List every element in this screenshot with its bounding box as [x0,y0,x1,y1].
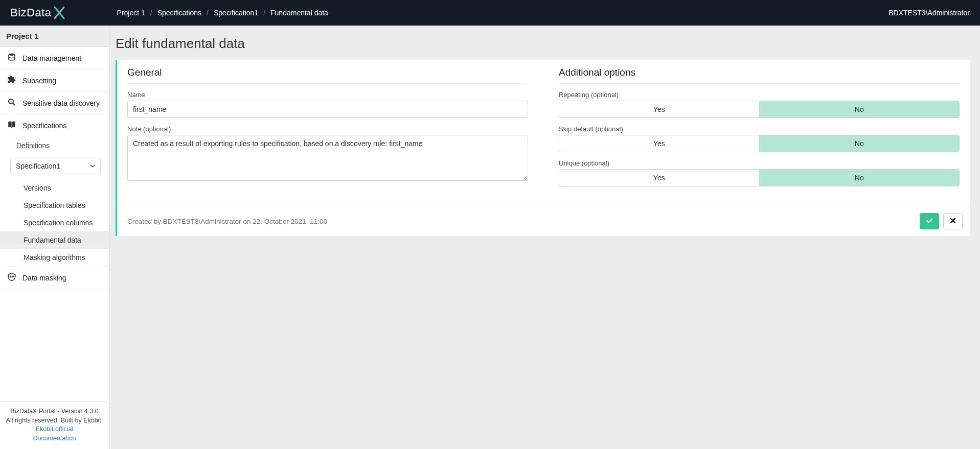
footer-version: BizDataX Portal - Version 4.3.0 [5,407,104,416]
database-icon [7,53,16,63]
breadcrumb: Project 1 / Specifications / Specificati… [117,9,328,17]
repeating-no[interactable]: No [759,101,960,117]
sidebar-item-data-management[interactable]: Data management [0,47,109,69]
skip-yes[interactable]: Yes [559,135,759,152]
svg-point-0 [9,54,15,56]
footer-link-docs[interactable]: Documentation [5,434,104,443]
sidebar-item-data-masking[interactable]: Data masking [0,267,109,289]
svg-point-1 [9,99,13,104]
footer-link-official[interactable]: Ekobit official [5,425,104,434]
general-section: General Name Note (optional) Created as … [127,67,528,194]
sidebar-item-sensitive-discovery[interactable]: Sensitive data discovery [0,92,109,114]
specification-select[interactable]: Specification1 [10,158,101,174]
main-content: Edit fundamental data General Name Note … [109,26,980,449]
unique-toggle: Yes No [559,169,960,186]
repeating-label: Repeating (optional) [559,91,960,99]
breadcrumb-project[interactable]: Project 1 [117,9,145,17]
edit-card: General Name Note (optional) Created as … [116,60,970,236]
topbar: BizData Project 1 / Specifications / Spe… [0,0,980,26]
sidebar-sub-spec-columns[interactable]: Specification columns [0,214,109,231]
unique-yes[interactable]: Yes [559,170,759,186]
close-icon [950,217,956,225]
sidebar-sub-fundamental[interactable]: Fundamental data [0,231,109,249]
sidebar-item-label: Specifications [22,122,66,130]
note-textarea[interactable]: Created as a result of exporting rules t… [127,135,528,181]
check-icon [925,217,933,226]
additional-title: Additional options [559,67,960,84]
sidebar-item-specifications[interactable]: Specifications [0,114,109,136]
breadcrumb-fundamental[interactable]: Fundamental data [270,9,328,17]
logo-x-icon [53,6,66,19]
breadcrumb-specifications[interactable]: Specifications [157,9,201,17]
additional-section: Additional options Repeating (optional) … [559,67,960,194]
sidebar: Project 1 Data management Subsetting Sen… [0,26,109,449]
name-input[interactable] [127,101,528,118]
sidebar-sub-versions[interactable]: Versions [0,179,109,197]
repeating-yes[interactable]: Yes [559,101,759,117]
sidebar-footer: BizDataX Portal - Version 4.3.0 All righ… [0,401,109,449]
note-label: Note (optional) [127,125,528,133]
unique-label: Unique (optional) [559,159,960,167]
logo[interactable]: BizData [10,6,66,19]
page-title: Edit fundamental data [116,36,970,52]
puzzle-icon [7,75,16,86]
svg-point-5 [12,276,13,277]
sidebar-item-label: Sensitive data discovery [22,99,100,107]
sidebar-sub-spec-tables[interactable]: Specification tables [0,197,109,214]
chevron-down-icon [90,162,95,170]
svg-line-2 [13,103,15,105]
name-label: Name [127,91,528,99]
svg-point-4 [10,276,11,277]
book-icon [7,120,16,131]
repeating-toggle: Yes No [559,101,960,118]
sidebar-item-label: Data masking [22,274,66,282]
sidebar-item-label: Data management [22,54,81,62]
skip-toggle: Yes No [559,135,960,152]
mask-icon [7,272,16,283]
footer-rights: All rights reserved. Built by Ekobit. [5,416,104,426]
sidebar-project-header[interactable]: Project 1 [0,26,109,47]
unique-no[interactable]: No [759,170,960,186]
created-meta: Created by BDXTEST3\Administrator on 22.… [127,218,327,225]
save-button[interactable] [920,213,939,229]
general-title: General [127,67,528,84]
cancel-button[interactable] [943,213,963,229]
search-icon [7,98,16,108]
user-label[interactable]: BDXTEST3\Administrator [888,9,970,17]
sidebar-sub-definitions[interactable]: Definitions [0,136,109,155]
sidebar-item-subsetting[interactable]: Subsetting [0,69,109,92]
sidebar-sub-masking-alg[interactable]: Masking algorithms [0,249,109,266]
skip-label: Skip default (optional) [559,125,960,133]
breadcrumb-specification1[interactable]: Specification1 [214,9,258,17]
skip-no[interactable]: No [759,135,960,152]
specification-select-value: Specification1 [16,162,60,170]
sidebar-item-label: Subsetting [22,77,56,85]
